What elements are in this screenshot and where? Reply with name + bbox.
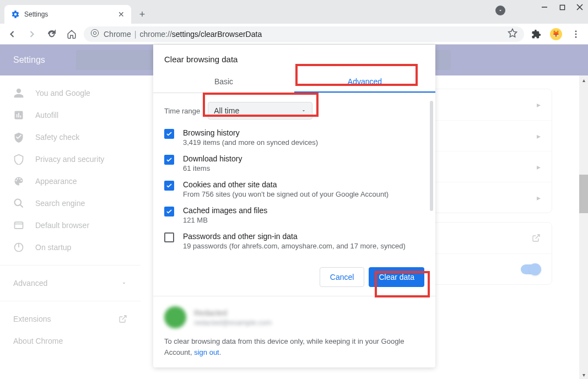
option-subtitle: 19 passwords (for ahrefs.com, amoyshare.… <box>183 242 406 250</box>
option-subtitle: 3,419 items (and more on synced devices) <box>183 138 318 147</box>
clear-data-option: Passwords and other sign-in data 19 pass… <box>164 232 424 250</box>
time-range-label: Time range <box>164 107 200 115</box>
chrome-icon <box>90 29 99 39</box>
svg-point-5 <box>93 31 96 34</box>
dialog-title: Clear browsing data <box>153 45 435 72</box>
url-scheme: chrome:// <box>139 30 171 39</box>
checkbox[interactable] <box>164 207 174 216</box>
account-chip-icon[interactable] <box>495 6 505 15</box>
page-scrollbar[interactable]: ▴ ▾ <box>579 75 588 379</box>
close-window-icon[interactable] <box>576 3 584 11</box>
option-subtitle: 61 items <box>183 164 242 172</box>
dialog-actions: Cancel Clear data <box>153 258 435 296</box>
svg-point-8 <box>575 36 577 37</box>
url-label: Chrome <box>104 30 131 39</box>
sign-out-link[interactable]: sign out <box>194 348 219 356</box>
back-button[interactable] <box>4 26 20 42</box>
browser-tab[interactable]: Settings ✕ <box>4 5 131 24</box>
cancel-button[interactable]: Cancel <box>320 267 365 287</box>
window-titlebar: Settings ✕ + <box>0 0 588 24</box>
avatar <box>164 306 186 328</box>
new-tab-button[interactable]: + <box>134 7 150 22</box>
clear-data-option: Cookies and other site data From 756 sit… <box>164 180 424 198</box>
close-tab-icon[interactable]: ✕ <box>118 10 125 19</box>
svg-point-4 <box>91 29 98 36</box>
account-info: Redacted redacted@example.com <box>164 306 424 328</box>
settings-gear-icon <box>11 10 20 19</box>
forward-button[interactable] <box>24 26 40 42</box>
account-email: redacted@example.com <box>194 318 272 327</box>
scrollbar-thumb[interactable] <box>579 175 588 213</box>
option-subtitle: From 756 sites (you won't be signed out … <box>183 190 389 198</box>
scroll-down-icon[interactable]: ▾ <box>579 370 588 379</box>
star-icon[interactable] <box>508 28 517 40</box>
time-range-select[interactable]: All time <box>208 102 312 120</box>
menu-icon[interactable] <box>568 26 584 42</box>
reload-button[interactable] <box>44 26 60 42</box>
clear-data-option: Download history 61 items <box>164 154 424 172</box>
checkbox[interactable] <box>164 129 174 139</box>
scroll-up-icon[interactable]: ▴ <box>579 75 588 84</box>
option-title: Cookies and other site data <box>183 180 389 189</box>
home-button[interactable] <box>64 26 79 42</box>
option-title: Autofill form data <box>183 258 241 258</box>
tab-advanced[interactable]: Advanced <box>294 72 435 93</box>
time-range-row: Time range All time <box>164 102 424 120</box>
signout-text: To clear browsing data from this device … <box>164 336 424 358</box>
svg-point-7 <box>575 33 577 35</box>
checkbox[interactable] <box>164 155 174 165</box>
dialog-tabs: Basic Advanced <box>153 72 435 93</box>
clear-data-option: Cached images and files 121 MB <box>164 206 424 224</box>
account-name: Redacted <box>194 308 272 317</box>
address-bar[interactable]: Chrome | chrome://settings/clearBrowserD… <box>84 26 524 42</box>
option-subtitle: 121 MB <box>183 216 267 224</box>
maximize-icon[interactable] <box>558 3 566 11</box>
extension-badge-icon[interactable]: 🦊 <box>548 26 564 42</box>
checkbox[interactable] <box>164 181 174 191</box>
extensions-icon[interactable] <box>528 26 544 42</box>
minimize-icon[interactable] <box>541 3 548 11</box>
svg-rect-1 <box>560 5 564 9</box>
dialog-body: Time range All time Browsing history 3,4… <box>153 93 435 258</box>
url-path: settings/clearBrowserData <box>172 30 262 39</box>
dialog-footer: Redacted redacted@example.com To clear b… <box>153 296 435 367</box>
option-title: Download history <box>183 154 242 163</box>
option-title: Browsing history <box>183 128 318 137</box>
clear-data-button[interactable]: Clear data <box>369 267 424 287</box>
option-title: Cached images and files <box>183 206 267 215</box>
browser-toolbar: Chrome | chrome://settings/clearBrowserD… <box>0 24 588 45</box>
dialog-scrollbar[interactable] <box>430 101 433 211</box>
window-controls <box>541 3 584 11</box>
option-title: Passwords and other sign-in data <box>183 232 406 241</box>
svg-point-6 <box>575 30 577 32</box>
clear-data-option: Autofill form data <box>164 258 424 258</box>
tab-basic[interactable]: Basic <box>153 72 294 93</box>
tab-title: Settings <box>24 10 118 18</box>
checkbox[interactable] <box>164 232 174 242</box>
chevron-down-icon <box>301 108 306 113</box>
clear-browsing-data-dialog: Clear browsing data Basic Advanced Time … <box>153 45 435 367</box>
clear-data-option: Browsing history 3,419 items (and more o… <box>164 128 424 147</box>
